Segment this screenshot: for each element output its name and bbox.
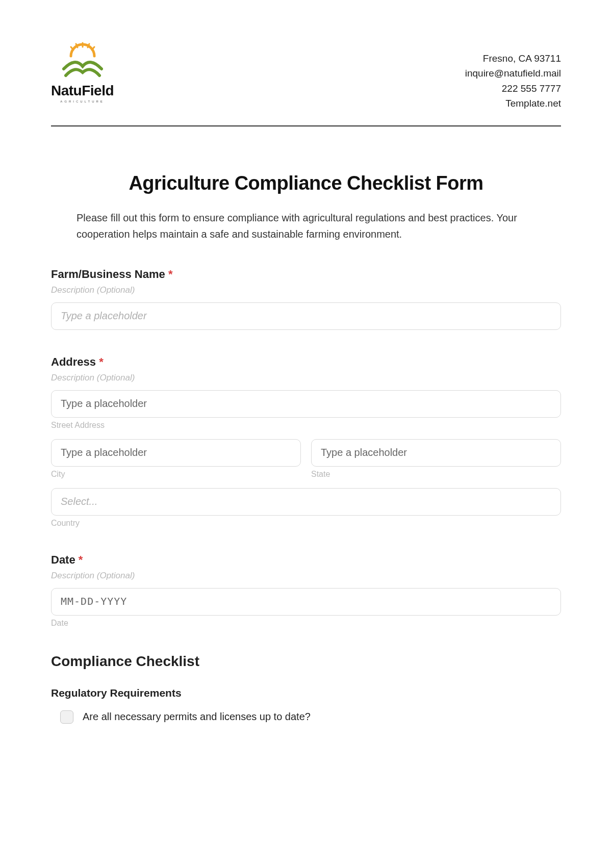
field-farm-name: Farm/Business Name * Description (Option… (51, 268, 561, 330)
required-mark: * (168, 268, 173, 280)
form-title: Agriculture Compliance Checklist Form (51, 172, 561, 194)
field-address: Address * Description (Optional) Street … (51, 355, 561, 528)
address-label-text: Address (51, 355, 99, 368)
farm-name-input[interactable] (51, 302, 561, 330)
date-label-text: Date (51, 553, 79, 566)
checkbox[interactable] (60, 710, 73, 724)
contact-block: Fresno, CA 93711 inquire@natufield.mail … (465, 41, 561, 111)
checklist-section-title: Compliance Checklist (51, 653, 561, 670)
country-sublabel: Country (51, 519, 561, 528)
checklist-item: Are all necessary permits and licenses u… (51, 710, 561, 724)
page-header: NatuField AGRICULTURE Fresno, CA 93711 i… (51, 41, 561, 126)
city-sublabel: City (51, 470, 301, 479)
brand-logo-icon (55, 41, 111, 82)
brand-name: NatuField (51, 83, 114, 99)
country-select[interactable] (51, 488, 561, 516)
address-label: Address * (51, 355, 561, 369)
contact-site: Template.net (465, 96, 561, 111)
contact-address: Fresno, CA 93711 (465, 51, 561, 66)
date-input[interactable] (51, 588, 561, 616)
brand-logo-block: NatuField AGRICULTURE (51, 41, 114, 103)
farm-name-label: Farm/Business Name * (51, 268, 561, 281)
date-desc: Description (Optional) (51, 571, 561, 581)
city-input[interactable] (51, 439, 301, 467)
required-mark: * (79, 553, 83, 566)
required-mark: * (99, 355, 104, 368)
street-sublabel: Street Address (51, 421, 561, 430)
date-label: Date * (51, 553, 561, 567)
brand-tagline: AGRICULTURE (60, 100, 105, 103)
state-input[interactable] (311, 439, 561, 467)
checklist-group-title: Regulatory Requirements (51, 687, 561, 699)
field-date: Date * Description (Optional) Date (51, 553, 561, 628)
state-sublabel: State (311, 470, 561, 479)
date-sublabel: Date (51, 619, 561, 628)
contact-email: inquire@natufield.mail (465, 66, 561, 81)
form-description: Please fill out this form to ensure comp… (76, 210, 536, 242)
address-desc: Description (Optional) (51, 373, 561, 383)
contact-phone: 222 555 7777 (465, 81, 561, 96)
farm-name-label-text: Farm/Business Name (51, 268, 168, 280)
farm-name-desc: Description (Optional) (51, 285, 561, 295)
street-input[interactable] (51, 390, 561, 418)
checklist-item-text: Are all necessary permits and licenses u… (83, 711, 311, 723)
